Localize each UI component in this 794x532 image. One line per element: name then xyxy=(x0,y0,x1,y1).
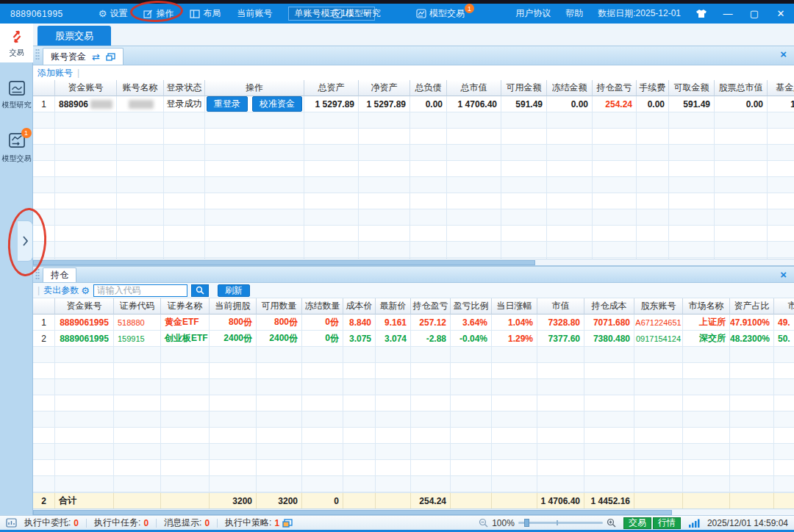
column-header[interactable]: 总市值 xyxy=(447,80,501,96)
column-header[interactable]: 总负债 xyxy=(410,80,447,96)
table-cell xyxy=(55,428,114,444)
column-header[interactable]: 最新价 xyxy=(376,298,411,314)
sidebar-item-model-trading[interactable]: 1 模型交易 xyxy=(0,126,33,168)
calibrate-funds-button[interactable]: 校准资金 xyxy=(252,96,302,112)
tab-account-funds[interactable]: 账号资金 ⇄ xyxy=(43,48,124,65)
column-header[interactable]: 持仓成本 xyxy=(584,298,634,314)
trade-mode-button[interactable]: 交易 xyxy=(623,517,651,529)
table-cell xyxy=(537,411,584,428)
column-header[interactable]: 冻结金额 xyxy=(547,80,593,96)
refresh-button[interactable]: 刷新 xyxy=(218,284,250,297)
drag-grip-icon[interactable] xyxy=(35,48,40,62)
table-cell xyxy=(634,460,683,476)
positions-close-icon[interactable]: × xyxy=(780,269,787,280)
zoom-slider[interactable] xyxy=(518,522,603,524)
column-header[interactable]: 当前拥股 xyxy=(210,298,257,314)
code-search-input[interactable] xyxy=(93,284,187,297)
sidebar-expander-handle[interactable] xyxy=(18,220,33,262)
table-cell xyxy=(257,444,302,460)
column-header[interactable]: 市值 xyxy=(537,298,584,314)
close-button[interactable]: ✕ xyxy=(775,8,787,19)
table-cell xyxy=(593,177,637,193)
model-trading-button[interactable]: 模型交易 1 xyxy=(416,4,477,24)
table-cell xyxy=(114,476,161,492)
column-header[interactable]: 当日涨幅 xyxy=(492,298,537,314)
column-header[interactable]: 资金账号 xyxy=(55,298,114,314)
model-research-button[interactable]: 模型研究 xyxy=(332,4,381,24)
scrollbar-thumb[interactable] xyxy=(33,510,672,515)
column-header[interactable]: 冻结数量 xyxy=(302,298,343,314)
drag-grip-icon[interactable] xyxy=(35,268,40,279)
tab-stock-trading[interactable]: 股票交易 xyxy=(37,26,111,46)
table-cell xyxy=(492,476,537,492)
position-row[interactable]: 18889061995518880黄金ETF800份800份0份8.8409.1… xyxy=(33,314,794,331)
help-link[interactable]: 帮助 xyxy=(565,7,583,20)
skin-theme-icon[interactable] xyxy=(695,9,707,18)
column-header[interactable]: 可用金额 xyxy=(501,80,547,96)
positions-hscrollbar[interactable] xyxy=(33,508,794,515)
sidebar-item-trade[interactable]: 交易 xyxy=(0,24,33,62)
column-header[interactable]: 证券名称 xyxy=(161,298,210,314)
sell-params-button[interactable]: 卖出参数 ⚙ xyxy=(43,284,90,297)
table-cell xyxy=(451,411,492,428)
empty-row xyxy=(33,444,794,460)
popout-window-icon[interactable] xyxy=(106,53,115,61)
column-header[interactable]: 持仓盈亏 xyxy=(411,298,451,314)
quote-mode-button[interactable]: 行情 xyxy=(653,517,681,529)
sidebar-item-model-research[interactable]: 模型研究 xyxy=(0,74,33,115)
table-cell xyxy=(634,428,683,444)
table-cell xyxy=(302,460,343,476)
table-cell: 重登录校准资金 xyxy=(205,96,304,112)
column-header[interactable]: 股东账号 xyxy=(634,298,683,314)
funds-close-icon[interactable]: × xyxy=(780,48,787,60)
column-header[interactable] xyxy=(33,298,55,314)
slider-knob[interactable] xyxy=(524,519,529,527)
table-cell xyxy=(451,347,492,363)
column-header[interactable]: 盈亏比例 xyxy=(451,298,492,314)
column-header[interactable]: 股票总市值 xyxy=(715,80,768,96)
zoom-in-icon[interactable] xyxy=(607,518,616,528)
minimize-button[interactable]: — xyxy=(722,8,734,19)
column-header[interactable]: 手续费 xyxy=(637,80,669,96)
column-header[interactable]: 登录状态 xyxy=(164,80,205,96)
column-header[interactable]: 成本价 xyxy=(343,298,376,314)
maximize-button[interactable]: ▢ xyxy=(748,8,760,19)
column-header[interactable]: 持仓盈亏 xyxy=(593,80,637,96)
column-header[interactable]: 资金账号 xyxy=(55,80,117,96)
table-cell xyxy=(114,492,161,508)
layout-button[interactable]: 布局 xyxy=(190,7,221,20)
column-header[interactable]: 操作 xyxy=(205,80,304,96)
column-header[interactable]: 证券代码 xyxy=(114,298,161,314)
funds-account-row[interactable]: 1888906登录成功重登录校准资金1 5297.891 5297.890.00… xyxy=(33,96,794,112)
table-cell xyxy=(411,428,451,444)
swap-icon[interactable]: ⇄ xyxy=(92,51,100,62)
operation-button[interactable]: 操作 xyxy=(143,7,174,20)
column-header[interactable]: 资产占比 xyxy=(730,298,774,314)
scrollbar-thumb[interactable] xyxy=(33,260,535,265)
column-header[interactable]: 基金总市值 xyxy=(768,80,794,96)
column-header[interactable]: 市 xyxy=(774,298,794,314)
search-button[interactable] xyxy=(191,284,209,297)
empty-row xyxy=(33,145,794,161)
settings-button[interactable]: ⚙ 设置 xyxy=(99,7,128,20)
column-header[interactable] xyxy=(33,80,55,96)
divider xyxy=(217,519,218,528)
tab-positions[interactable]: 持仓 xyxy=(43,267,76,282)
position-row[interactable]: 28889061995159915创业板ETF2400份2400份0份3.075… xyxy=(33,331,794,347)
table-cell xyxy=(584,460,634,476)
funds-hscrollbar[interactable] xyxy=(33,259,794,265)
add-account-link[interactable]: 添加账号 xyxy=(37,67,73,79)
user-agreement-link[interactable]: 用户协议 xyxy=(515,7,551,20)
strategy-window-icon[interactable] xyxy=(282,519,293,528)
positions-toolbar: | 卖出参数 ⚙ 刷新 xyxy=(33,283,794,298)
zoom-out-icon[interactable] xyxy=(479,518,488,528)
column-header[interactable]: 市场名称 xyxy=(683,298,730,314)
column-header[interactable]: 净资产 xyxy=(359,80,410,96)
column-header[interactable]: 账号名称 xyxy=(117,80,164,96)
column-header[interactable]: 可取金额 xyxy=(669,80,715,96)
table-cell xyxy=(164,177,205,193)
column-header[interactable]: 总资产 xyxy=(304,80,359,96)
column-header[interactable]: 可用数量 xyxy=(257,298,302,314)
relogin-button[interactable]: 重登录 xyxy=(207,96,248,112)
table-cell xyxy=(376,347,411,363)
